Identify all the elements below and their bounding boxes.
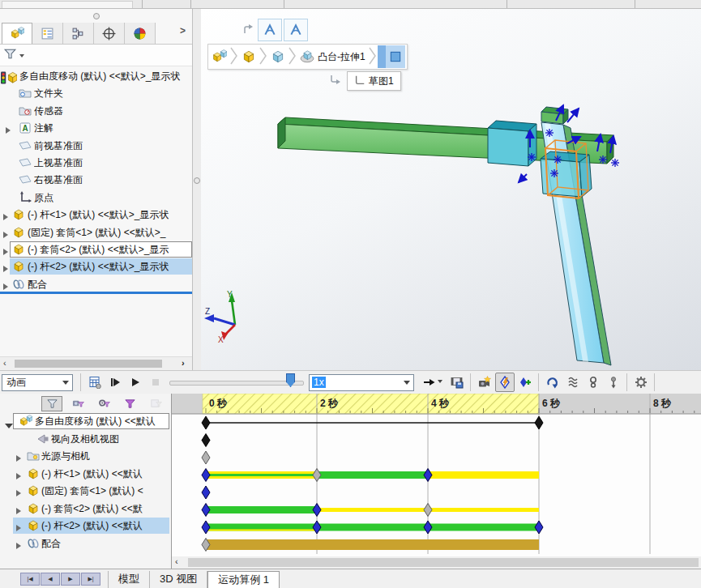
combo-caret[interactable] (404, 381, 410, 388)
timeline-key[interactable] (424, 469, 432, 482)
stop-button[interactable] (146, 373, 165, 392)
tree-item[interactable]: (-) 杆<2> (默认) <<默认>_显示状 (0, 258, 192, 275)
expander-icon[interactable] (3, 281, 8, 292)
timeline-key[interactable] (424, 504, 432, 517)
expander-icon[interactable] (16, 522, 21, 534)
context-mate-button-2[interactable] (284, 19, 308, 41)
tab-nav-last[interactable]: ▶| (81, 573, 100, 586)
timeline-key[interactable] (202, 451, 210, 464)
animation-wizard-button[interactable] (475, 373, 494, 392)
timeline-tree-item[interactable]: (固定) 套筒<1> (默认) < (0, 483, 171, 500)
gravity-button[interactable] (604, 373, 623, 392)
timeline-bar[interactable] (317, 471, 428, 479)
tab-nav-first[interactable]: |◀ (20, 573, 40, 586)
tree-item[interactable]: A注解 (0, 120, 192, 137)
breadcrumb-segment[interactable] (378, 45, 405, 68)
fm-tab-dimxpertmanager[interactable] (94, 23, 125, 44)
animation-duration-region[interactable] (203, 394, 539, 414)
timeline-key[interactable] (202, 486, 210, 499)
timeline-key[interactable] (424, 521, 432, 534)
fm-tab-displaymanager[interactable] (125, 23, 156, 44)
filter-results[interactable] (145, 396, 166, 411)
timeline-scroll-left-arrow[interactable]: ‹ (175, 556, 178, 566)
timeline-key[interactable] (202, 416, 210, 429)
timeline-key[interactable] (535, 416, 543, 429)
play-button[interactable] (126, 373, 145, 392)
timeline-scroll-track[interactable] (188, 558, 699, 567)
sketch1-button[interactable]: 草图1 (347, 71, 401, 91)
timeline-key[interactable] (202, 434, 210, 447)
rollback-bar[interactable] (0, 292, 192, 294)
expander-icon[interactable] (3, 211, 8, 223)
expander-icon[interactable] (16, 540, 21, 552)
filter-animated[interactable] (67, 396, 88, 411)
document-tab-2[interactable]: 3D 视图 (150, 571, 207, 588)
playback-mode-button[interactable] (419, 373, 438, 392)
filter-selected[interactable] (119, 396, 140, 411)
timeline-pane[interactable]: 0 秒2 秒4 秒6 秒8 秒 (172, 394, 701, 556)
study-type-select[interactable]: 动画 (2, 374, 73, 391)
expander-icon[interactable] (16, 488, 21, 499)
breadcrumb-segment[interactable] (239, 45, 259, 68)
fm-tab-featuremanager[interactable] (2, 23, 32, 44)
timeline-tree-item[interactable]: (-) 杆<2> (默认) <<默认 (0, 518, 171, 535)
tree-item[interactable]: (-) 杆<1> (默认) <<默认>_显示状 (0, 207, 192, 224)
timeline-key[interactable] (313, 521, 321, 534)
slider-track[interactable] (169, 381, 304, 386)
fm-tab-configurationmanager[interactable] (63, 23, 94, 44)
filter-dropdown-caret[interactable] (19, 54, 24, 60)
add-key-button[interactable] (515, 373, 535, 392)
autokey-button[interactable] (495, 373, 515, 392)
expander-icon[interactable] (16, 471, 21, 482)
expander-icon[interactable] (6, 125, 11, 136)
timeline-bar[interactable] (206, 506, 317, 513)
breadcrumb-segment[interactable] (210, 45, 229, 68)
timeline-tree-item[interactable]: 视向及相机视图 (0, 431, 171, 448)
scroll-thumb[interactable] (15, 360, 162, 368)
combo-caret[interactable] (62, 381, 69, 388)
motor-button[interactable] (543, 373, 562, 392)
scroll-left-arrow[interactable]: ‹ (3, 358, 6, 368)
tree-item[interactable]: 前视基准面 (0, 138, 192, 155)
timeline-key[interactable] (535, 521, 543, 534)
tree-item[interactable]: 多自由度移动 (默认) <<默认>_显示状 (0, 68, 192, 85)
tree-item[interactable]: 传感器 (0, 103, 192, 120)
funnel-icon[interactable] (3, 47, 17, 63)
timeline-key[interactable] (202, 504, 210, 517)
mode-dropdown-caret[interactable] (438, 380, 442, 386)
play-from-start-button[interactable] (105, 373, 125, 392)
tree-item[interactable]: 上视基准面 (0, 155, 192, 172)
timeline-key[interactable] (313, 504, 321, 517)
tree-item[interactable]: 文件夹 (0, 85, 192, 102)
tree-item[interactable]: 右视基准面 (0, 172, 192, 189)
expander-icon[interactable] (5, 420, 13, 431)
document-tab-3[interactable]: 运动算例 1 (207, 571, 280, 588)
graphics-viewport[interactable]: 凸台-拉伸1 草图1 Y Z X (201, 9, 701, 370)
expander-icon[interactable] (16, 505, 21, 517)
tree-item[interactable]: 配合 (0, 276, 192, 293)
tab-overflow-chevron[interactable]: > (180, 25, 186, 36)
scroll-right-arrow[interactable]: › (182, 358, 185, 368)
timeline-bar[interactable] (428, 471, 539, 479)
expander-icon[interactable] (16, 453, 21, 464)
document-tab-1[interactable]: 模型 (109, 571, 150, 588)
contact-button[interactable] (583, 373, 603, 392)
timeline-tree-item[interactable]: 多自由度移动 (默认) <<默认 (0, 413, 171, 430)
timeline-key[interactable] (202, 521, 210, 534)
calculate-button[interactable] (85, 373, 105, 392)
timeline-tree-item[interactable]: (-) 套筒<2> (默认) <<默 (0, 501, 171, 518)
spring-button[interactable] (563, 373, 583, 392)
timeline-tree-item[interactable]: 配合 (0, 535, 171, 552)
tree-hscrollbar[interactable]: ‹ › (0, 356, 192, 370)
expander-icon[interactable] (3, 246, 8, 258)
playback-speed-select[interactable]: 1x (309, 374, 414, 391)
breadcrumb-segment-feature[interactable]: 凸台-拉伸1 (297, 45, 368, 68)
fm-tab-propertymanager[interactable] (32, 23, 63, 44)
panel-splitter-handle[interactable] (93, 13, 100, 19)
timeline-key[interactable] (313, 469, 321, 482)
tab-nav-prev[interactable]: ◀ (41, 573, 60, 586)
timeline-key[interactable] (202, 469, 210, 482)
filter-all[interactable] (41, 396, 62, 411)
context-mate-button-1[interactable] (258, 19, 282, 41)
expander-icon[interactable] (3, 263, 8, 275)
